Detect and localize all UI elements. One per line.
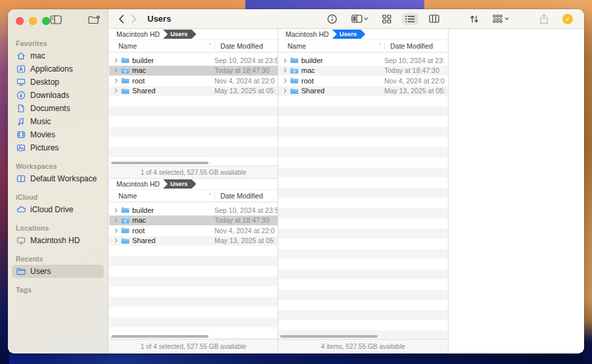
sidebar-item-default-workspace[interactable]: Default Workspace (12, 172, 104, 185)
breadcrumb-current[interactable]: Users (163, 30, 196, 39)
share-icon (539, 14, 549, 24)
empty-row (109, 297, 278, 307)
desktop-icon (16, 78, 26, 87)
file-date-modified: Nov 4, 2024 at 22:0 (214, 227, 278, 235)
file-date-modified: Sep 10, 2024 at 23: (384, 57, 448, 64)
breadcrumb-volume[interactable]: Macintosh HD (116, 180, 160, 188)
split-view-button[interactable] (348, 12, 372, 25)
zoom-button[interactable] (42, 17, 50, 25)
column-header-date[interactable]: Date Modified (214, 192, 278, 200)
breadcrumb-volume[interactable]: Macintosh HD (116, 30, 160, 38)
disclosure-chevron-icon[interactable] (284, 78, 287, 83)
new-folder-icon (88, 15, 101, 25)
sidebar-item-music[interactable]: Music (12, 115, 104, 128)
verified-badge-button[interactable]: ✓ (559, 12, 576, 26)
horizontal-scrollbar[interactable] (280, 335, 378, 338)
file-row[interactable]: Shared May 13, 2025 at 05: (278, 86, 448, 97)
split-view-icon (351, 14, 362, 23)
disclosure-chevron-icon[interactable] (114, 228, 118, 233)
horizontal-scrollbar[interactable] (111, 162, 209, 164)
disclosure-chevron-icon[interactable] (114, 88, 118, 93)
sidebar-item-downloads[interactable]: Downloads (12, 89, 104, 102)
sidebar-item-label: Pictures (30, 143, 59, 152)
disclosure-chevron-icon[interactable] (114, 238, 118, 243)
disclosure-chevron-icon[interactable] (284, 88, 287, 93)
file-row[interactable]: root Nov 4, 2024 at 22:0 (278, 76, 448, 86)
empty-row (109, 307, 278, 317)
group-by-icon (493, 14, 503, 23)
breadcrumb-current[interactable]: Users (332, 30, 365, 39)
close-button[interactable] (16, 17, 24, 25)
sidebar-item-label: mac (30, 51, 45, 60)
sidebar-item-mac[interactable]: mac (12, 49, 104, 62)
breadcrumb-volume[interactable]: Macintosh HD (285, 30, 329, 38)
sidebar-item-macintosh-hd[interactable]: Macintosh HD (12, 234, 104, 247)
back-button[interactable] (118, 14, 124, 24)
sidebar-item-desktop[interactable]: Desktop (12, 76, 104, 89)
sidebar-item-users[interactable]: Users (12, 265, 104, 278)
status-bar: 1 of 4 selected, 527.55 GB available (109, 339, 278, 353)
sidebar-item-label: Music (30, 117, 51, 126)
file-row[interactable]: root Nov 4, 2024 at 22:0 (109, 76, 278, 86)
disclosure-chevron-icon[interactable] (114, 217, 118, 223)
sidebar-item-icloud-drive[interactable]: iCloud Drive (12, 203, 104, 216)
file-row[interactable]: mac Today at 18:47:30 (109, 66, 278, 76)
column-header-name[interactable]: Name ˆ (109, 192, 214, 200)
empty-row (109, 116, 278, 127)
list-view-icon (405, 15, 415, 23)
file-date-modified: May 13, 2025 at 05: (384, 87, 448, 95)
chevron-down-icon (505, 17, 509, 20)
file-row[interactable]: Shared May 13, 2025 at 05: (109, 86, 278, 97)
disclosure-chevron-icon[interactable] (114, 78, 118, 83)
empty-row (278, 290, 448, 300)
empty-row (278, 208, 448, 219)
file-row[interactable]: builder Sep 10, 2024 at 23: (278, 55, 448, 66)
file-name: root (301, 77, 314, 85)
window-controls (16, 17, 50, 25)
column-header-name[interactable]: Name ˆ (109, 42, 214, 50)
minimize-button[interactable] (29, 17, 37, 25)
group-by-button[interactable] (489, 12, 512, 25)
sort-ascending-icon: ˆ (209, 193, 211, 199)
column-view-button[interactable] (426, 12, 443, 25)
finder-window: FavoritesmacApplicationsDesktopDownloads… (8, 9, 584, 353)
disclosure-chevron-icon[interactable] (114, 68, 118, 73)
disclosure-chevron-icon[interactable] (284, 58, 287, 63)
empty-row (278, 147, 448, 158)
horizontal-scrollbar[interactable] (111, 335, 209, 338)
breadcrumb-current[interactable]: Users (163, 179, 196, 189)
file-row[interactable]: Shared May 13, 2025 at 05: (109, 236, 278, 246)
file-date-modified: Nov 4, 2024 at 22:0 (384, 77, 448, 85)
sidebar-item-documents[interactable]: Documents (12, 102, 104, 115)
file-row[interactable]: mac Today at 18:47:30 (109, 216, 278, 226)
empty-row (278, 229, 448, 239)
info-button[interactable] (324, 12, 341, 26)
icon-view-button[interactable] (379, 12, 395, 26)
file-row[interactable]: mac Today at 18:47:30 (278, 66, 448, 76)
empty-row (109, 246, 278, 256)
sidebar-item-applications[interactable]: Applications (12, 62, 104, 76)
column-header-name[interactable]: Name ˆ (278, 42, 384, 50)
sidebar-item-label: Desktop (30, 78, 59, 87)
empty-row (278, 249, 448, 260)
column-header-date[interactable]: Date Modified (384, 42, 448, 50)
sort-button[interactable] (466, 12, 482, 26)
forward-button[interactable] (131, 14, 137, 24)
disclosure-chevron-icon[interactable] (284, 68, 287, 73)
sidebar-item-pictures[interactable]: Pictures (12, 141, 104, 154)
disclosure-chevron-icon[interactable] (114, 208, 118, 213)
list-view-button[interactable] (402, 13, 418, 25)
share-button[interactable] (536, 12, 552, 26)
file-row[interactable]: builder Sep 10, 2024 at 23:5 (109, 55, 278, 66)
home-folder-icon (290, 67, 299, 74)
path-bar: Macintosh HD Users (278, 29, 448, 40)
toggle-sidebar-button[interactable] (50, 15, 62, 24)
file-row[interactable]: builder Sep 10, 2024 at 23:5 (109, 205, 278, 216)
workspace: Macintosh HD Users Name ˆ Date Modified … (109, 29, 584, 353)
sidebar-item-movies[interactable]: Movies (12, 128, 104, 141)
file-row[interactable]: root Nov 4, 2024 at 22:0 (109, 225, 278, 236)
disclosure-chevron-icon[interactable] (114, 58, 118, 63)
column-header-date[interactable]: Date Modified (214, 42, 278, 50)
new-folder-button[interactable] (88, 15, 101, 25)
empty-row (109, 266, 278, 277)
